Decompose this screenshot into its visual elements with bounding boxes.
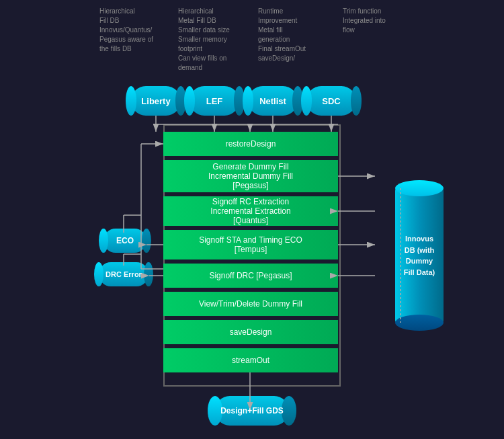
annotation-runtime: RuntimeImprovementMetal fillgenerationFi… — [258, 7, 325, 63]
annotation-fill-db: HierarchicalFill DBInnovus/Quantus/Pegas… — [99, 7, 167, 54]
restore-design-step: restoreDesign — [163, 132, 338, 156]
drc-error-label: DRC Error — [106, 270, 142, 278]
design-fill-gds-cylinder: Design+Fill GDS — [215, 396, 289, 426]
design-fill-gds-label: Design+Fill GDS — [220, 406, 284, 415]
view-trim-step: View/Trim/Delete Dummy Fill — [163, 292, 338, 316]
save-design-step: saveDesign — [163, 320, 338, 344]
liberty-label: Liberty — [141, 96, 170, 106]
lef-cylinder: LEF — [190, 86, 239, 116]
innovus-db-cylinder: InnovusDB (withDummyFill Data) — [395, 188, 444, 323]
signoff-drc-step: Signoff DRC [Pegasus] — [163, 264, 338, 288]
dummy-fill-step: Generate Dummy FillIncremental Dummy Fil… — [163, 160, 338, 192]
eco-cylinder: ECO — [103, 229, 146, 253]
eco-label: ECO — [116, 236, 134, 245]
netlist-label: Netlist — [259, 96, 286, 106]
annotation-metal-fill-db: HierarchicalMetal Fill DBSmaller data si… — [178, 7, 245, 73]
signoff-rc-step: Signoff RC ExtractionIncremental Extract… — [163, 196, 338, 226]
innovus-db-label: InnovusDB (withDummyFill Data) — [401, 233, 437, 278]
sdc-label: SDC — [322, 96, 340, 106]
annotation-trim: Trim functionIntegrated intoflow — [343, 7, 410, 35]
diagram-container: HierarchicalFill DBInnovus/Quantus/Pegas… — [0, 0, 504, 439]
drc-error-cylinder: DRC Error — [99, 262, 149, 286]
netlist-cylinder: Netlist — [248, 86, 298, 116]
lef-label: LEF — [206, 96, 223, 106]
liberty-cylinder: Liberty — [131, 86, 181, 116]
sdc-cylinder: SDC — [306, 86, 356, 116]
stream-out-step: streamOut — [163, 348, 338, 372]
signoff-sta-step: Signoff STA and Timing ECO[Tempus] — [163, 230, 338, 260]
